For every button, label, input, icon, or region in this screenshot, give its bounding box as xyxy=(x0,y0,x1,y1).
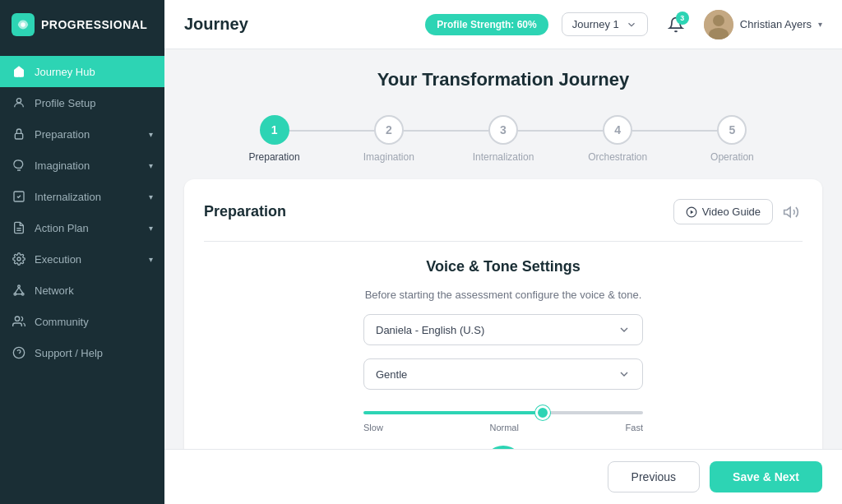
speaker-icon xyxy=(783,204,799,220)
sidebar-item-imagination[interactable]: Imagination ▾ xyxy=(0,150,164,181)
previous-button[interactable]: Previous xyxy=(608,461,700,492)
page-title: Journey xyxy=(184,15,412,34)
journey-selector-label: Journey 1 xyxy=(572,18,619,30)
step-circle-4: 4 xyxy=(603,115,632,145)
chevron-down-icon: ▾ xyxy=(149,161,153,170)
sidebar-item-profile-setup-label: Profile Setup xyxy=(35,97,153,109)
sidebar-item-community[interactable]: Community xyxy=(0,306,164,337)
logo-svg xyxy=(16,17,30,32)
svg-rect-2 xyxy=(15,133,22,139)
sidebar-item-action-plan-label: Action Plan xyxy=(35,222,141,234)
step-circle-2: 2 xyxy=(374,115,404,145)
preparation-card: Preparation Video Guide Voice & Tone Set… xyxy=(184,179,822,449)
speed-slider[interactable] xyxy=(363,411,643,414)
check-square-icon xyxy=(12,189,26,204)
tone-select[interactable]: Gentle xyxy=(363,358,643,390)
speaker-button[interactable] xyxy=(780,201,803,224)
svg-point-13 xyxy=(15,317,19,321)
svg-point-6 xyxy=(17,257,21,261)
svg-line-11 xyxy=(19,288,23,294)
avatar xyxy=(704,10,733,39)
step-4: 4 Orchestration xyxy=(561,115,675,163)
journey-selector[interactable]: Journey 1 xyxy=(562,12,648,36)
voice-settings-section: Voice & Tone Settings Before starting th… xyxy=(204,258,803,449)
svg-point-1 xyxy=(16,99,21,103)
user-name: Christian Ayers xyxy=(740,18,812,30)
sidebar-item-execution[interactable]: Execution ▾ xyxy=(0,243,164,275)
sidebar-item-preparation-label: Preparation xyxy=(35,128,141,141)
chevron-down-icon: ▾ xyxy=(149,224,153,233)
step-5: 5 Operation xyxy=(675,115,789,163)
voice-select[interactable]: Daniela - English (U.S) xyxy=(363,314,643,345)
footer: Previous Save & Next xyxy=(164,449,842,504)
sidebar-item-action-plan[interactable]: Action Plan ▾ xyxy=(0,212,164,243)
lock-icon xyxy=(12,127,26,141)
save-next-button[interactable]: Save & Next xyxy=(710,461,822,492)
card-section-title: Preparation xyxy=(204,203,286,220)
step-label-1: Preparation xyxy=(249,151,300,163)
lightbulb-icon xyxy=(12,158,26,173)
sidebar-item-support[interactable]: Support / Help xyxy=(0,337,164,368)
step-3: 3 Internalization xyxy=(446,115,560,163)
svg-point-17 xyxy=(713,15,724,26)
sidebar-item-preparation[interactable]: Preparation ▾ xyxy=(0,118,164,150)
chevron-down-icon xyxy=(626,19,637,30)
step-circle-3: 3 xyxy=(488,115,518,145)
sidebar-item-profile-setup[interactable]: Profile Setup xyxy=(0,87,164,118)
doc-icon xyxy=(12,220,26,235)
main-scroll-area: Your Transformation Journey 1 Preparatio… xyxy=(164,49,842,449)
svg-line-10 xyxy=(15,288,19,294)
divider xyxy=(204,241,803,242)
sidebar-item-community-label: Community xyxy=(35,316,153,328)
notification-badge: 3 xyxy=(676,12,689,25)
svg-point-0 xyxy=(21,22,25,26)
sidebar-item-network-label: Network xyxy=(35,284,153,297)
profile-strength-badge: Profile Strength: 60% xyxy=(425,14,548,35)
step-label-4: Orchestration xyxy=(588,151,647,163)
sidebar-navigation: Journey Hub Profile Setup Preparation ▾ … xyxy=(0,49,164,504)
voice-select-value: Daniela - English (U.S) xyxy=(376,324,484,336)
steps-progress: 1 Preparation 2 Imagination 3 Internaliz… xyxy=(184,107,822,163)
step-circle-1: 1 xyxy=(260,115,289,145)
notification-button[interactable]: 3 xyxy=(661,10,691,39)
step-1: 1 Preparation xyxy=(217,115,331,163)
play-circle-icon xyxy=(686,206,697,218)
home-icon xyxy=(12,64,26,79)
help-icon xyxy=(12,345,26,360)
tone-select-value: Gentle xyxy=(376,368,407,381)
sidebar-item-internalization-label: Internalization xyxy=(35,191,141,203)
gear-icon xyxy=(12,252,26,266)
chevron-down-icon: ▾ xyxy=(149,255,153,264)
sidebar-item-journey-hub[interactable]: Journey Hub xyxy=(0,56,164,87)
step-label-2: Imagination xyxy=(363,151,414,163)
step-label-3: Internalization xyxy=(473,151,534,163)
main-content: Journey Profile Strength: 60% Journey 1 … xyxy=(164,0,842,504)
logo: PROGRESSIONAL xyxy=(0,0,164,49)
video-guide-button[interactable]: Video Guide xyxy=(673,199,773,224)
speed-slider-container: Slow Normal Fast xyxy=(363,403,643,432)
user-icon xyxy=(12,95,26,110)
voice-title: Voice & Tone Settings xyxy=(426,258,580,275)
slider-labels: Slow Normal Fast xyxy=(363,423,643,432)
svg-marker-20 xyxy=(691,210,694,214)
svg-point-7 xyxy=(18,285,21,288)
sidebar-item-imagination-label: Imagination xyxy=(35,160,141,172)
svg-marker-21 xyxy=(784,207,791,217)
sidebar-item-internalization[interactable]: Internalization ▾ xyxy=(0,181,164,212)
slider-label-slow: Slow xyxy=(363,423,383,432)
card-header: Preparation Video Guide xyxy=(204,199,803,224)
chevron-down-icon: ▾ xyxy=(149,130,153,139)
community-icon xyxy=(12,314,26,329)
sidebar-item-execution-label: Execution xyxy=(35,253,141,266)
user-menu[interactable]: Christian Ayers ▾ xyxy=(704,10,822,39)
step-label-5: Operation xyxy=(710,151,754,163)
sidebar-item-network[interactable]: Network xyxy=(0,275,164,306)
avatar-image xyxy=(704,10,733,39)
sidebar-item-support-label: Support / Help xyxy=(35,347,153,359)
user-chevron-icon: ▾ xyxy=(818,20,822,29)
step-circle-5: 5 xyxy=(717,115,747,145)
network-icon xyxy=(12,283,26,298)
chevron-down-icon xyxy=(618,323,631,336)
chevron-down-icon xyxy=(618,368,631,381)
chevron-down-icon: ▾ xyxy=(149,192,153,201)
